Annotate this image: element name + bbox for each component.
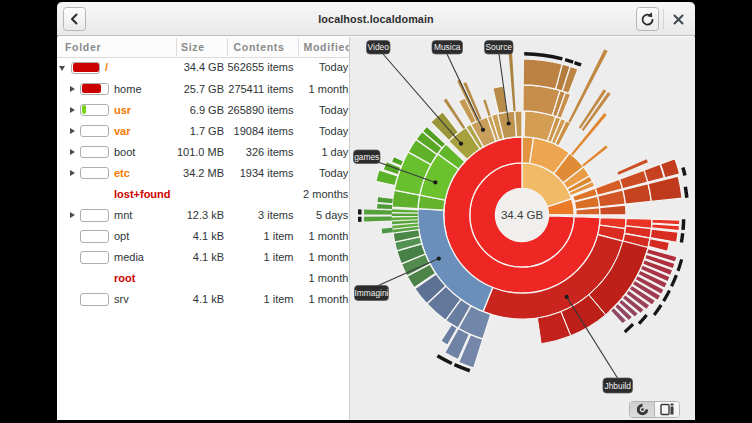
- svg-text:Immagini: Immagini: [355, 288, 389, 298]
- svg-text:34.4 GB: 34.4 GB: [501, 209, 544, 221]
- svg-text:Source: Source: [485, 42, 512, 52]
- svg-text:Video: Video: [368, 42, 390, 52]
- svg-text:Musica: Musica: [434, 42, 461, 52]
- svg-text:Jhbuild: Jhbuild: [604, 381, 631, 391]
- svg-text:games: games: [354, 152, 379, 162]
